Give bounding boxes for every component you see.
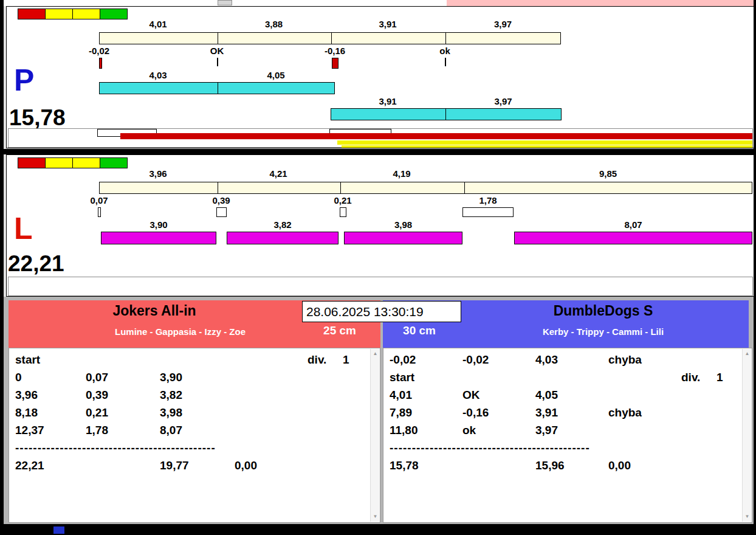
table-cell: div.	[681, 371, 716, 388]
table-cell: 0	[15, 371, 86, 388]
table-cell: 0,39	[86, 388, 160, 406]
split-time-label: 3,88	[217, 19, 331, 29]
table-cell	[343, 371, 369, 388]
changeover-marker	[462, 207, 514, 217]
jump-height: 30 cm	[386, 324, 453, 337]
scroll-down-icon[interactable]: ▼	[371, 513, 379, 521]
table-cell: 3,96	[15, 388, 86, 406]
table-cell	[235, 371, 308, 388]
team-name: DumbleDogs S	[462, 303, 744, 319]
table-cell	[681, 388, 716, 406]
scrollbar[interactable]: ▲ ▼	[742, 349, 751, 522]
split-time-label: 4,19	[340, 168, 464, 179]
taskbar-item[interactable]	[53, 526, 64, 534]
table-cell: 3,98	[160, 406, 235, 424]
lamp-yellow-2-icon	[72, 9, 100, 19]
table-cell	[608, 388, 681, 406]
changeover-marker	[216, 207, 227, 217]
changeover-label: 0,39	[203, 195, 239, 205]
table-totals-row: 22,21 19,77 0,00	[15, 459, 369, 477]
changeover-marker	[332, 58, 338, 69]
lamp-yellow-1-icon	[45, 9, 73, 19]
progress-bar-red	[120, 133, 752, 139]
lamp-green-icon	[100, 9, 128, 19]
split-time-bar	[99, 182, 752, 194]
table-cell	[716, 459, 741, 477]
table-cell	[716, 424, 741, 441]
table-cell: start	[390, 371, 462, 388]
changeover-label: -0,02	[81, 46, 117, 56]
bar-divider	[445, 108, 446, 120]
run-bar	[514, 232, 752, 244]
table-cell	[343, 388, 369, 406]
progress-bar-yellow	[342, 145, 752, 148]
changeover-marker	[98, 207, 101, 217]
run-bar	[331, 108, 562, 120]
table-body: -0,02 -0,02 4,03 chyba start div. 1 4,01…	[390, 353, 741, 477]
table-cell: 8,18	[15, 406, 86, 424]
team-name: Jokers All-in	[9, 303, 300, 319]
run-bar	[101, 232, 216, 244]
run-time-label: 3,98	[344, 219, 462, 230]
run-bar	[99, 82, 335, 94]
table-cell	[235, 388, 308, 406]
table-cell: 0,07	[86, 371, 160, 388]
table-row: 4,01 OK 4,05	[390, 388, 741, 406]
table-cell: -0,02	[462, 353, 535, 371]
table-row: 3,96 0,39 3,82	[15, 388, 369, 406]
run-bar	[344, 232, 462, 244]
table-cell: 1,78	[86, 424, 160, 441]
table-cell: 3,90	[160, 371, 235, 388]
run-time-label: 3,91	[331, 96, 445, 106]
scrollbar[interactable]: ▲ ▼	[370, 349, 379, 522]
split-time-label: 3,96	[99, 168, 217, 179]
lane-panel-l: 3,96 4,21 4,19 9,85 0,07 0,39 0,21 1,78 …	[6, 154, 754, 297]
table-cell	[343, 424, 369, 441]
results-table-left[interactable]: start div. 1 0 0,07 3,90 3,96 0,39 3,82	[9, 348, 380, 523]
team-dogs: Lumine - Gappasia - Izzy - Zoe	[9, 326, 352, 337]
table-row: -0,02 -0,02 4,03 chyba	[390, 353, 741, 371]
table-cell	[462, 459, 535, 477]
table-cell	[681, 459, 716, 477]
table-cell: 12,37	[15, 424, 86, 441]
changeover-label: 0,07	[81, 195, 117, 205]
results-table-right[interactable]: -0,02 -0,02 4,03 chyba start div. 1 4,01…	[383, 348, 752, 523]
changeover-label: ok	[427, 46, 463, 56]
table-row: 8,18 0,21 3,98	[15, 406, 369, 424]
bar-divider	[218, 82, 218, 94]
table-cell: 19,77	[160, 459, 235, 477]
table-cell: 22,21	[15, 459, 86, 477]
table-cell: 1	[716, 371, 741, 388]
table-totals-row: 15,78 15,96 0,00	[390, 459, 741, 477]
taskbar	[0, 524, 756, 535]
table-row: 7,89 -0,16 3,91 chyba	[390, 406, 741, 424]
scroll-up-icon[interactable]: ▲	[743, 350, 751, 358]
table-cell: 4,01	[390, 388, 462, 406]
table-cell	[86, 353, 160, 371]
table-cell: 4,03	[535, 353, 608, 371]
changeover-tick	[217, 58, 218, 66]
table-cell	[308, 388, 343, 406]
run-bar	[227, 232, 338, 244]
table-cell: 1	[343, 353, 369, 371]
table-cell	[681, 406, 716, 424]
screen: 4,01 3,88 3,91 3,97 -0,02 OK -0,16 ok P …	[0, 0, 756, 535]
run-time-label: 3,90	[101, 219, 216, 230]
progress-strip	[8, 128, 753, 148]
run-time-label: 8,07	[514, 219, 752, 230]
table-cell: 0,21	[86, 406, 160, 424]
table-cell	[235, 424, 308, 441]
run-time-label: 4,03	[99, 70, 217, 80]
scroll-up-icon[interactable]: ▲	[371, 350, 379, 358]
changeover-label: 0,21	[325, 195, 361, 205]
table-cell	[160, 353, 235, 371]
split-time-bar	[99, 32, 561, 44]
team-dogs: Kerby - Trippy - Cammi - Lili	[462, 326, 744, 337]
scroll-down-icon[interactable]: ▼	[743, 513, 751, 521]
traffic-light	[18, 157, 128, 168]
table-cell	[716, 353, 741, 371]
lane-total-time: 22,21	[8, 252, 64, 275]
table-cell: ok	[462, 424, 535, 441]
progress-strip	[8, 277, 753, 296]
table-row: 0 0,07 3,90	[15, 371, 369, 388]
